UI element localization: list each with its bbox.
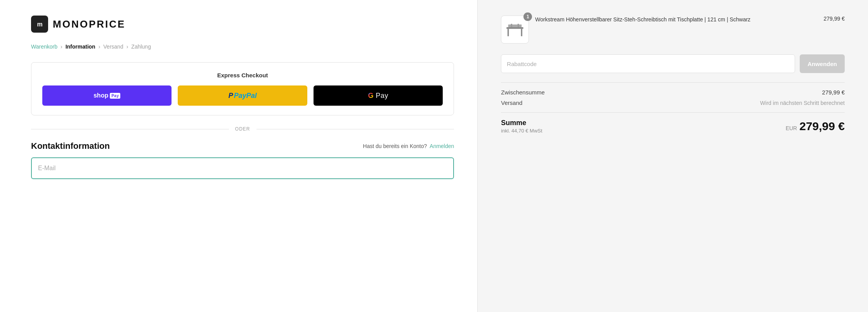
product-row-inner: Workstream Höhenverstellbarer Sitz-Steh-… [535,16,845,25]
logo-icon: m [31,16,48,33]
breadcrumb: Warenkorb › Information › Versand › Zahl… [31,44,454,50]
total-row: Summe inkl. 44,70 € MwSt EUR 279,99 € [501,119,845,134]
subtotal-row: Zwischensumme 279,99 € [501,89,845,96]
product-badge: 1 [523,12,532,21]
konto-link[interactable]: Anmelden [430,143,454,149]
apply-button[interactable]: Anwenden [800,54,845,73]
breadcrumb-versand: Versand [103,44,123,50]
total-amount: 279,99 € [799,120,845,133]
summary-divider-bottom [501,112,845,113]
paypal-p-icon: P [229,92,233,100]
svg-text:m: m [37,21,42,28]
konto-question-text: Hast du bereits ein Konto? [363,143,427,149]
product-row: 1 Workstream Höhenverstellbarer Sitz-Ste… [501,16,845,44]
payment-buttons: shop Pay P PayPal G Pay [42,85,443,106]
breadcrumb-sep-2: › [99,44,100,50]
left-panel: m MONOPRICE Warenkorb › Information › Ve… [0,0,477,312]
oder-text: ODER [235,126,250,132]
total-tax: inkl. 44,70 € MwSt [501,128,542,134]
express-checkout-section: Express Checkout shop Pay P PayPal G Pay [31,62,454,115]
gpay-text: Pay [374,92,388,100]
konto-question: Hast du bereits ein Konto? Anmelden [363,143,454,149]
gpay-button[interactable]: G Pay [314,85,443,106]
breadcrumb-warenkorb[interactable]: Warenkorb [31,44,57,50]
shop-pay-button[interactable]: shop Pay [42,85,172,106]
breadcrumb-zahlung: Zahlung [131,44,151,50]
summary-divider-top [501,82,845,83]
email-input-wrapper [31,157,454,179]
breadcrumb-sep-1: › [61,44,62,50]
product-desk-icon [505,19,525,40]
shipping-label: Versand [501,99,522,106]
subtotal-label: Zwischensumme [501,89,545,96]
brand-name: MONOPRICE [53,18,125,30]
paypal-label: PayPal [234,92,257,100]
oder-line-right [256,129,454,129]
product-info: Workstream Höhenverstellbarer Sitz-Steh-… [535,16,817,25]
total-left: Summe inkl. 44,70 € MwSt [501,119,542,134]
kontakt-header: Kontaktinformation Hast du bereits ein K… [31,141,454,151]
email-input[interactable] [38,165,447,172]
subtotal-value: 279,99 € [822,89,845,96]
shipping-value: Wird im nächsten Schritt berechnet [760,100,845,106]
product-price: 279,99 € [817,16,845,22]
paypal-button[interactable]: P PayPal [178,85,307,106]
product-name: Workstream Höhenverstellbarer Sitz-Steh-… [535,16,817,24]
express-checkout-title: Express Checkout [42,72,443,78]
oder-line-left [31,129,229,129]
total-currency: EUR [786,125,797,131]
discount-input[interactable] [501,54,795,73]
svg-rect-7 [518,24,519,27]
shop-pay-label: shop [94,92,108,99]
logo-area: m MONOPRICE [31,16,454,33]
gpay-g-icon: G [368,92,374,100]
total-label: Summe [501,119,542,127]
discount-row: Anwenden [501,54,845,73]
breadcrumb-information: Information [66,44,95,50]
kontakt-title: Kontaktinformation [31,141,110,151]
svg-rect-6 [511,24,512,27]
breadcrumb-sep-3: › [126,44,128,50]
shop-pay-badge: Pay [110,93,120,99]
svg-rect-2 [507,27,523,29]
shipping-row: Versand Wird im nächsten Schritt berechn… [501,99,845,106]
svg-rect-3 [508,29,509,36]
right-panel: 1 Workstream Höhenverstellbarer Sitz-Ste… [477,0,868,312]
oder-divider: ODER [31,126,454,132]
product-image-wrap: 1 [501,16,529,44]
svg-rect-5 [508,24,522,27]
svg-rect-4 [521,29,522,36]
total-amount-wrap: EUR 279,99 € [786,120,845,133]
